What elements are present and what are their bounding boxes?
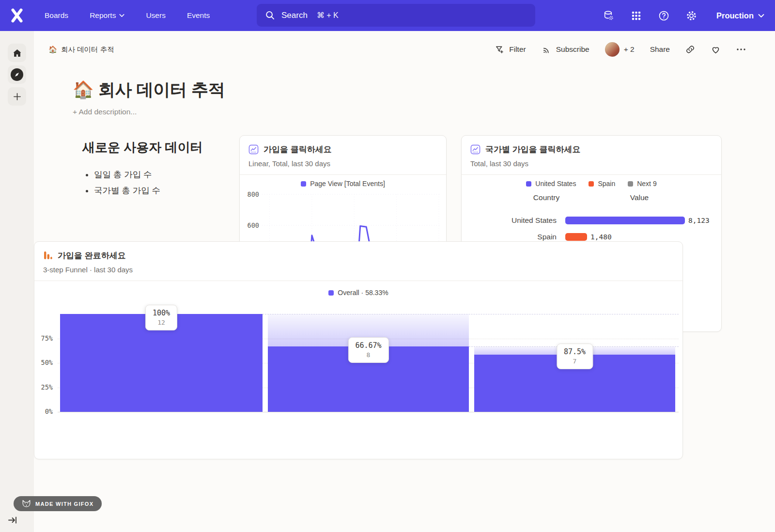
divider [462,174,721,175]
nav-item-users[interactable]: Users [146,11,165,20]
legend-item[interactable]: Overall · 58.33% [328,289,388,297]
y-axis-label: 800 [248,190,259,198]
legend-swatch [628,181,633,187]
divider [34,281,682,281]
more-options-icon [736,48,746,51]
plus-icon [13,92,22,101]
left-rail [0,31,34,532]
conversion-percent: 87.5% [564,347,586,356]
bar-card-subtitle: Total, last 30 days [470,159,713,174]
legend-item[interactable]: Page View [Total Events] [301,180,385,188]
search-shortcut: ⌘ + K [317,11,339,20]
project-name: Prouction [716,11,754,20]
text-tile[interactable]: 새로운 사용자 데이터 일일 총 가입 수국가별 총 가입 수 [82,139,232,201]
legend-label: Next 9 [637,180,656,188]
link-icon [685,45,695,54]
line-card-title[interactable]: 가입을 클릭하세요 [248,143,437,155]
subscribe-button[interactable]: Subscribe [542,45,589,55]
compass-icon [11,68,23,81]
settings-button[interactable] [685,9,698,22]
help-icon [658,10,670,22]
toolbar-actions: Filter Subscribe + 2 Share [495,42,746,57]
nav-item-events[interactable]: Events [187,11,210,20]
chevron-down-icon [758,14,764,18]
gifox-badge[interactable]: MADE WITH GIFOX [14,496,102,511]
home-button[interactable] [8,44,26,62]
conversion-count: 12 [153,319,170,326]
add-description-button[interactable]: + Add description... [73,108,225,116]
top-nav: BoardsReportsUsersEvents Search ⌘ + K [0,0,775,31]
line-chart-legend: Page View [Total Events] [240,179,446,188]
text-tile-bullet: 국가별 총 가입 수 [94,185,232,196]
y-axis-label: 25% [34,383,53,391]
insights-icon [470,144,480,155]
funnel-card-subtitle: 3-step Funnel · last 30 days [43,266,674,281]
country-label: United States [462,216,557,225]
x-axis-baseline [58,412,679,412]
legend-label: Overall · 58.33% [338,289,388,297]
avatar [605,42,620,57]
funnel-card-title[interactable]: 가입을 완료하세요 [43,250,674,261]
bar-card-title[interactable]: 국가별 가입을 클릭하세요 [470,143,713,155]
gifox-badge-label: MADE WITH GIFOX [35,501,93,507]
mixpanel-logo[interactable] [9,7,25,24]
expand-sidebar-button[interactable] [8,516,17,524]
insights-icon [248,144,259,155]
legend-label: United States [535,180,576,188]
create-new-button[interactable] [8,87,26,106]
legend-item[interactable]: Spain [589,180,615,188]
value-bar[interactable] [565,217,685,224]
conversion-percent: 66.67% [355,341,381,350]
project-switcher[interactable]: Prouction [716,11,764,20]
page-title[interactable]: 🏠 회사 데이터 추적 [73,78,225,101]
nav-right-group: Prouction [602,0,764,31]
breadcrumb[interactable]: 🏠 회사 데이터 추적 [48,45,114,54]
home-icon [12,48,22,58]
column-header-value: Value [607,193,672,202]
nav-item-label: Users [146,11,165,20]
heart-icon [711,45,721,55]
collaborators[interactable]: + 2 [605,42,635,57]
funnel-legend: Overall · 58.33% [34,288,682,297]
breadcrumb-home-emoji: 🏠 [48,46,57,54]
legend-item[interactable]: Next 9 [628,180,656,188]
bar-value: 8,123 [688,217,710,224]
funnel-plot[interactable]: 0%25%50%75%100%1266.67%887.5%7 [34,304,682,449]
subscribe-rss-icon [542,45,552,55]
primary-nav: BoardsReportsUsersEvents [45,0,210,31]
search-input[interactable]: Search ⌘ + K [257,4,535,27]
value-bar[interactable] [565,233,587,241]
favorite-button[interactable] [711,45,721,55]
nav-item-label: Events [187,11,210,20]
text-tile-bullets: 일일 총 가입 수국가별 총 가입 수 [82,169,232,196]
filter-button[interactable]: Filter [495,45,526,55]
legend-label: Spain [598,180,615,188]
more-options-button[interactable] [736,48,746,51]
collaborators-extra-count: + 2 [624,45,635,54]
discover-button[interactable] [8,65,26,84]
conversion-count: 7 [564,358,586,365]
share-button[interactable]: Share [650,45,670,54]
filter-label: Filter [509,45,526,54]
conversion-label: 87.5%7 [557,344,593,369]
bar-table-headers: Country Value [462,193,721,204]
y-axis-label: 600 [248,221,259,229]
bar-chart-legend: United StatesSpainNext 9 [462,179,721,188]
help-button[interactable] [657,9,670,22]
copy-link-button[interactable] [685,45,695,54]
text-tile-heading: 새로운 사용자 데이터 [82,139,232,156]
apps-grid-button[interactable] [630,9,642,22]
funnel-icon [43,250,53,260]
bar-value: 1,480 [590,233,612,241]
funnel-chart-card: 가입을 완료하세요 3-step Funnel · last 30 days O… [34,241,683,459]
nav-item-reports[interactable]: Reports [90,11,124,20]
data-management-icon [603,10,615,22]
nav-item-boards[interactable]: Boards [45,11,68,20]
data-management-button[interactable] [602,9,615,22]
country-label: Spain [462,233,557,241]
bar-row[interactable]: United States8,123 [462,212,721,229]
legend-item[interactable]: United States [526,180,576,188]
page-title-emoji: 🏠 [73,80,93,99]
y-axis-label: 0% [34,407,53,415]
previous-step-reference-line [263,314,679,314]
